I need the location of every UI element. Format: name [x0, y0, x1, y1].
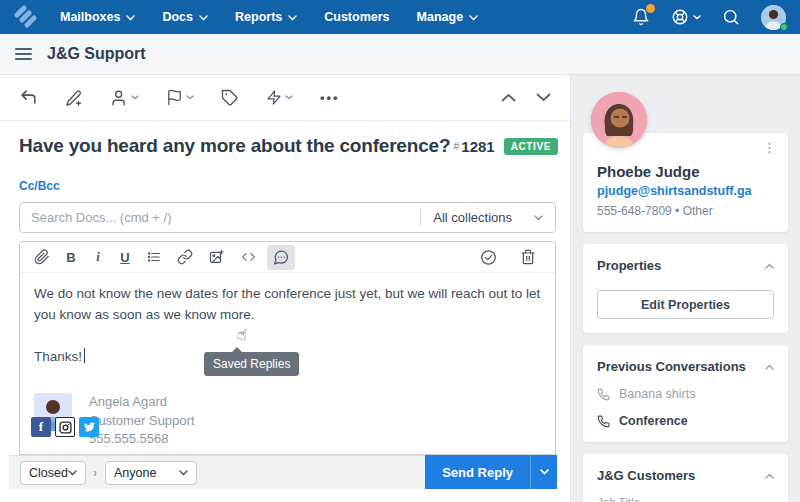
- sidebar-toggle-icon[interactable]: [15, 48, 32, 60]
- send-reply-button[interactable]: Send Reply: [425, 455, 530, 489]
- collapse-chevron-icon[interactable]: [765, 473, 774, 479]
- tag-button[interactable]: [221, 89, 239, 107]
- nav-item-label: Docs: [162, 10, 193, 24]
- customer-menu-kebab[interactable]: ⋮: [763, 143, 776, 152]
- chevron-down-icon: [534, 215, 543, 221]
- bullet-list-button[interactable]: [141, 246, 167, 268]
- signature-phone: 555.555.5568: [89, 430, 195, 449]
- nav-item-mailboxes[interactable]: Mailboxes: [60, 10, 135, 24]
- helpscout-logo[interactable]: [14, 6, 38, 28]
- docs-search-input[interactable]: [20, 210, 420, 225]
- italic-button[interactable]: i: [87, 245, 109, 269]
- customer-phone-type: Other: [683, 204, 713, 218]
- customer-sidebar: ⋮ Phoebe Judge pjudge@shirtsandstuff.ga …: [570, 75, 800, 502]
- customers-group-title: J&G Customers: [597, 468, 695, 483]
- reply-footer: Closed › Anyone Send Reply: [9, 455, 557, 489]
- phone-icon: [597, 388, 610, 401]
- save-draft-check-icon[interactable]: [475, 245, 502, 270]
- conversation-link-label: Conference: [619, 414, 688, 428]
- ticket-number: 1281: [461, 138, 494, 155]
- send-reply-split-button: Send Reply: [425, 455, 557, 489]
- editor-toolbar: B i U: [20, 242, 555, 273]
- customer-card: ⋮ Phoebe Judge pjudge@shirtsandstuff.ga …: [583, 133, 788, 232]
- underline-button[interactable]: U: [114, 246, 136, 269]
- signature-social-icons: f: [31, 417, 99, 437]
- conversation-title-row: Have you heard any more about the confer…: [19, 135, 558, 157]
- status-select[interactable]: Closed: [20, 461, 86, 485]
- previous-conversation-link[interactable]: Conference: [597, 414, 774, 428]
- nav-item-label: Mailboxes: [60, 10, 120, 24]
- previous-conversation-button[interactable]: [501, 93, 516, 102]
- ticket-hash: #: [453, 140, 459, 152]
- chevron-down-icon: [186, 95, 194, 100]
- search-icon[interactable]: [722, 8, 740, 26]
- nav-item-docs[interactable]: Docs: [162, 10, 208, 24]
- ellipsis-icon: •••: [320, 93, 340, 103]
- workflows-button[interactable]: [266, 89, 293, 106]
- saved-replies-tooltip: Saved Replies: [204, 352, 299, 376]
- conversation-pane: ••• Have you heard any more about the co…: [0, 75, 570, 502]
- saved-replies-button[interactable]: [267, 245, 295, 270]
- notifications-bell-icon[interactable]: [632, 8, 650, 26]
- next-conversation-button[interactable]: [536, 93, 551, 102]
- nav-item-label: Customers: [324, 10, 389, 24]
- properties-card: Properties Edit Properties: [583, 244, 788, 333]
- chevron-down-icon: [693, 15, 701, 20]
- reply-back-button[interactable]: [19, 88, 38, 107]
- signature-role: Customer Support: [89, 412, 195, 431]
- follow-flag-button[interactable]: [166, 89, 194, 106]
- send-options-caret[interactable]: [530, 455, 557, 489]
- signature-name: Angela Agard: [89, 393, 195, 412]
- facebook-icon[interactable]: f: [31, 417, 51, 437]
- collections-dropdown[interactable]: All collections: [421, 210, 555, 225]
- nav-item-reports[interactable]: Reports: [235, 10, 297, 24]
- top-nav: Mailboxes Docs Reports Customers Manage: [0, 0, 800, 34]
- nav-item-label: Reports: [235, 10, 282, 24]
- nav-item-manage[interactable]: Manage: [417, 10, 479, 24]
- chevron-down-icon: [285, 95, 293, 100]
- life-buoy-icon: [671, 8, 689, 26]
- insert-image-button[interactable]: [203, 245, 230, 269]
- more-actions-button[interactable]: •••: [320, 93, 340, 103]
- chevron-down-icon: [126, 15, 135, 21]
- collapse-chevron-icon[interactable]: [765, 263, 774, 269]
- online-status-dot: [780, 23, 788, 31]
- add-note-button[interactable]: [65, 89, 83, 107]
- assignee-button[interactable]: [110, 89, 139, 107]
- status-badge: ACTIVE: [504, 138, 558, 155]
- instagram-icon[interactable]: [55, 417, 75, 437]
- customer-phone: 555-648-7809: [597, 204, 672, 218]
- customer-avatar: [591, 92, 647, 148]
- text-caret: [84, 348, 85, 363]
- chevron-down-icon: [288, 15, 297, 21]
- edit-properties-button[interactable]: Edit Properties: [597, 290, 774, 319]
- chevron-down-icon: [199, 15, 208, 21]
- previous-conversation-link[interactable]: Banana shirts: [597, 387, 774, 401]
- status-select-value: Closed: [29, 466, 68, 480]
- delete-draft-trash-icon[interactable]: [515, 245, 541, 270]
- email-signature: Angela Agard Customer Support 555.555.55…: [20, 367, 555, 449]
- customer-phone-row: 555-648-7809 • Other: [597, 204, 774, 218]
- insert-link-button[interactable]: [172, 245, 198, 269]
- conversation-title: Have you heard any more about the confer…: [19, 135, 453, 157]
- assignee-select-value: Anyone: [114, 466, 156, 480]
- phone-icon: [597, 415, 610, 428]
- cc-bcc-link[interactable]: Cc/Bcc: [19, 179, 60, 193]
- nav-item-customers[interactable]: Customers: [324, 10, 389, 24]
- mailbox-title: J&G Support: [47, 45, 146, 63]
- bold-button[interactable]: B: [60, 246, 82, 269]
- reply-paragraph: We do not know the new dates for the con…: [34, 283, 541, 325]
- attach-file-button[interactable]: [29, 245, 55, 269]
- collapse-chevron-icon[interactable]: [765, 364, 774, 370]
- customer-email-link[interactable]: pjudge@shirtsandstuff.ga: [597, 184, 774, 198]
- code-button[interactable]: [235, 246, 262, 268]
- previous-conversations-card: Previous Conversations Banana shirts Con…: [583, 345, 788, 442]
- help-menu[interactable]: [671, 8, 701, 26]
- reply-editor: B i U We do not know the new dates for t…: [19, 241, 556, 455]
- chevron-down-icon: [469, 15, 478, 21]
- twitter-icon[interactable]: [79, 417, 99, 437]
- assignee-select[interactable]: Anyone: [105, 461, 197, 485]
- field-label: Job Title: [597, 496, 774, 502]
- conversation-toolbar: •••: [0, 75, 570, 121]
- user-avatar[interactable]: [761, 5, 786, 30]
